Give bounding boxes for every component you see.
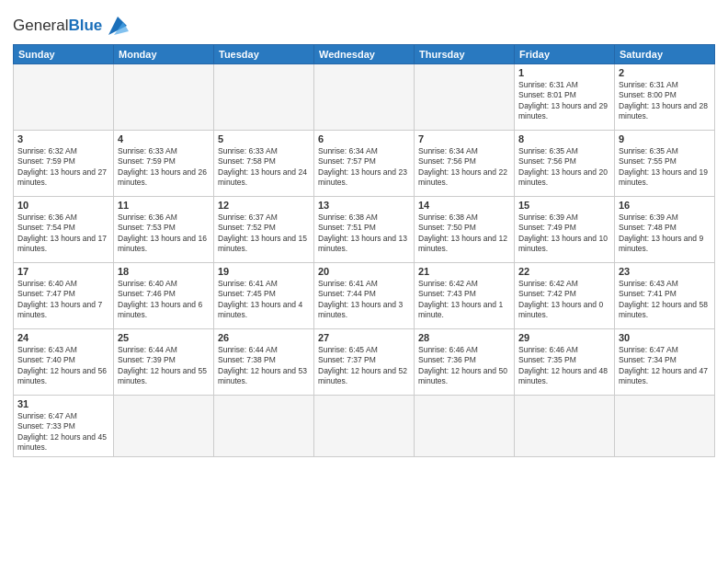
day-info: Sunrise: 6:41 AM Sunset: 7:44 PM Dayligh… [318, 279, 410, 321]
week-row-3: 10Sunrise: 6:36 AM Sunset: 7:54 PM Dayli… [14, 197, 715, 263]
day-info: Sunrise: 6:43 AM Sunset: 7:40 PM Dayligh… [17, 345, 109, 387]
calendar-cell: 25Sunrise: 6:44 AM Sunset: 7:39 PM Dayli… [114, 329, 214, 396]
day-number: 7 [418, 133, 510, 144]
day-number: 22 [518, 266, 610, 277]
calendar-cell: 12Sunrise: 6:37 AM Sunset: 7:52 PM Dayli… [214, 197, 314, 263]
weekday-header-sunday: Sunday [14, 45, 114, 64]
day-number: 26 [218, 332, 310, 343]
day-info: Sunrise: 6:35 AM Sunset: 7:56 PM Dayligh… [518, 146, 610, 189]
day-number: 6 [318, 133, 410, 144]
week-row-5: 24Sunrise: 6:43 AM Sunset: 7:40 PM Dayli… [14, 329, 715, 396]
day-info: Sunrise: 6:34 AM Sunset: 7:57 PM Dayligh… [318, 146, 410, 189]
calendar-cell [415, 64, 515, 131]
day-number: 4 [118, 133, 210, 144]
week-row-1: 1Sunrise: 6:31 AM Sunset: 8:01 PM Daylig… [14, 64, 715, 131]
calendar-cell: 18Sunrise: 6:40 AM Sunset: 7:46 PM Dayli… [114, 263, 214, 329]
calendar-cell [615, 396, 715, 457]
day-number: 14 [418, 200, 510, 211]
day-number: 13 [318, 200, 410, 211]
day-info: Sunrise: 6:44 AM Sunset: 7:38 PM Dayligh… [218, 345, 310, 387]
day-info: Sunrise: 6:42 AM Sunset: 7:43 PM Dayligh… [418, 279, 510, 321]
day-info: Sunrise: 6:33 AM Sunset: 7:59 PM Dayligh… [118, 146, 210, 189]
calendar-cell: 14Sunrise: 6:38 AM Sunset: 7:50 PM Dayli… [415, 197, 515, 263]
day-number: 11 [118, 200, 210, 211]
day-number: 25 [118, 332, 210, 343]
calendar-cell: 24Sunrise: 6:43 AM Sunset: 7:40 PM Dayli… [14, 329, 114, 396]
weekday-header-thursday: Thursday [415, 45, 515, 64]
day-info: Sunrise: 6:36 AM Sunset: 7:54 PM Dayligh… [17, 213, 109, 255]
day-info: Sunrise: 6:47 AM Sunset: 7:34 PM Dayligh… [619, 345, 711, 387]
day-info: Sunrise: 6:35 AM Sunset: 7:55 PM Dayligh… [619, 146, 711, 189]
logo-text: GeneralBlue [13, 17, 102, 35]
calendar-cell: 19Sunrise: 6:41 AM Sunset: 7:45 PM Dayli… [214, 263, 314, 329]
calendar-cell: 20Sunrise: 6:41 AM Sunset: 7:44 PM Dayli… [314, 263, 415, 329]
calendar-cell: 16Sunrise: 6:39 AM Sunset: 7:48 PM Dayli… [615, 197, 715, 263]
day-info: Sunrise: 6:43 AM Sunset: 7:41 PM Dayligh… [619, 279, 711, 321]
day-info: Sunrise: 6:44 AM Sunset: 7:39 PM Dayligh… [118, 345, 210, 387]
logo-icon [105, 13, 131, 39]
calendar-cell: 17Sunrise: 6:40 AM Sunset: 7:47 PM Dayli… [14, 263, 114, 329]
calendar-cell [314, 64, 415, 131]
calendar-cell: 4Sunrise: 6:33 AM Sunset: 7:59 PM Daylig… [114, 131, 214, 197]
day-info: Sunrise: 6:47 AM Sunset: 7:33 PM Dayligh… [17, 411, 109, 454]
day-info: Sunrise: 6:38 AM Sunset: 7:51 PM Dayligh… [318, 213, 410, 255]
day-info: Sunrise: 6:41 AM Sunset: 7:45 PM Dayligh… [218, 279, 310, 321]
day-info: Sunrise: 6:31 AM Sunset: 8:00 PM Dayligh… [619, 80, 711, 122]
day-number: 18 [118, 266, 210, 277]
calendar-cell: 30Sunrise: 6:47 AM Sunset: 7:34 PM Dayli… [615, 329, 715, 396]
day-number: 24 [17, 332, 109, 343]
calendar-cell: 7Sunrise: 6:34 AM Sunset: 7:56 PM Daylig… [415, 131, 515, 197]
week-row-6: 31Sunrise: 6:47 AM Sunset: 7:33 PM Dayli… [14, 396, 715, 457]
calendar-cell: 22Sunrise: 6:42 AM Sunset: 7:42 PM Dayli… [515, 263, 615, 329]
day-info: Sunrise: 6:32 AM Sunset: 7:59 PM Dayligh… [17, 146, 109, 189]
calendar: SundayMondayTuesdayWednesdayThursdayFrid… [13, 44, 715, 457]
calendar-cell: 10Sunrise: 6:36 AM Sunset: 7:54 PM Dayli… [14, 197, 114, 263]
calendar-cell [114, 64, 214, 131]
day-number: 20 [318, 266, 410, 277]
calendar-cell [14, 64, 114, 131]
day-number: 23 [619, 266, 711, 277]
calendar-cell: 23Sunrise: 6:43 AM Sunset: 7:41 PM Dayli… [615, 263, 715, 329]
calendar-cell: 27Sunrise: 6:45 AM Sunset: 7:37 PM Dayli… [314, 329, 415, 396]
logo: GeneralBlue [13, 13, 131, 39]
day-number: 3 [17, 133, 109, 144]
weekday-header-friday: Friday [515, 45, 615, 64]
calendar-cell: 21Sunrise: 6:42 AM Sunset: 7:43 PM Dayli… [415, 263, 515, 329]
day-number: 17 [17, 266, 109, 277]
header: GeneralBlue [13, 9, 715, 39]
day-number: 9 [619, 133, 711, 144]
day-number: 1 [518, 67, 610, 78]
calendar-cell [114, 396, 214, 457]
day-number: 8 [518, 133, 610, 144]
day-info: Sunrise: 6:40 AM Sunset: 7:46 PM Dayligh… [118, 279, 210, 321]
calendar-cell: 3Sunrise: 6:32 AM Sunset: 7:59 PM Daylig… [14, 131, 114, 197]
week-row-4: 17Sunrise: 6:40 AM Sunset: 7:47 PM Dayli… [14, 263, 715, 329]
day-number: 27 [318, 332, 410, 343]
weekday-header-saturday: Saturday [615, 45, 715, 64]
day-info: Sunrise: 6:46 AM Sunset: 7:36 PM Dayligh… [418, 345, 510, 387]
calendar-cell [415, 396, 515, 457]
day-number: 28 [418, 332, 510, 343]
day-info: Sunrise: 6:39 AM Sunset: 7:49 PM Dayligh… [518, 213, 610, 255]
day-number: 30 [619, 332, 711, 343]
day-info: Sunrise: 6:42 AM Sunset: 7:42 PM Dayligh… [518, 279, 610, 321]
day-info: Sunrise: 6:37 AM Sunset: 7:52 PM Dayligh… [218, 213, 310, 255]
day-number: 10 [17, 200, 109, 211]
day-number: 31 [17, 398, 109, 409]
day-number: 21 [418, 266, 510, 277]
calendar-cell: 5Sunrise: 6:33 AM Sunset: 7:58 PM Daylig… [214, 131, 314, 197]
day-number: 12 [218, 200, 310, 211]
day-number: 16 [619, 200, 711, 211]
weekday-header-tuesday: Tuesday [214, 45, 314, 64]
calendar-cell: 11Sunrise: 6:36 AM Sunset: 7:53 PM Dayli… [114, 197, 214, 263]
calendar-cell: 26Sunrise: 6:44 AM Sunset: 7:38 PM Dayli… [214, 329, 314, 396]
day-number: 15 [518, 200, 610, 211]
day-info: Sunrise: 6:46 AM Sunset: 7:35 PM Dayligh… [518, 345, 610, 387]
day-info: Sunrise: 6:45 AM Sunset: 7:37 PM Dayligh… [318, 345, 410, 387]
weekday-header-wednesday: Wednesday [314, 45, 415, 64]
calendar-cell: 8Sunrise: 6:35 AM Sunset: 7:56 PM Daylig… [515, 131, 615, 197]
calendar-cell [515, 396, 615, 457]
calendar-cell [214, 64, 314, 131]
day-info: Sunrise: 6:39 AM Sunset: 7:48 PM Dayligh… [619, 213, 711, 255]
day-info: Sunrise: 6:40 AM Sunset: 7:47 PM Dayligh… [17, 279, 109, 321]
